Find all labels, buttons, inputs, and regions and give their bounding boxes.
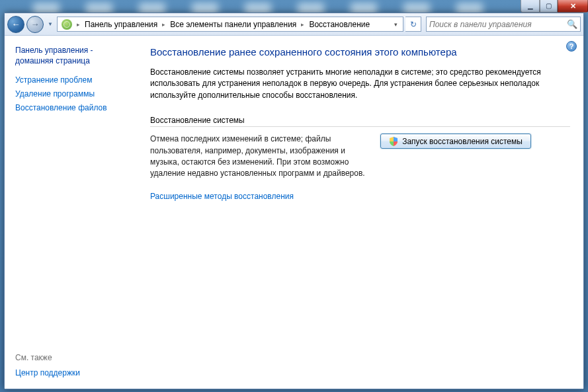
sidebar: Панель управления - домашняя страница Ус…: [5, 36, 140, 389]
divider: [150, 126, 570, 127]
address-bar[interactable]: ▸ Панель управления ▸ Все элементы панел…: [57, 17, 403, 32]
page-title: Восстановление ранее сохраненного состоя…: [150, 46, 570, 58]
minimize-icon: ▁: [528, 3, 533, 9]
sidebar-link-troubleshoot[interactable]: Устранение проблем: [15, 75, 132, 85]
section-description: Отмена последних изменений в системе; фа…: [150, 134, 368, 180]
breadcrumb-segment[interactable]: Все элементы панели управления: [167, 17, 299, 31]
sidebar-link-uninstall[interactable]: Удаление программы: [15, 89, 132, 98]
system-restore-button[interactable]: Запуск восстановления системы: [380, 134, 531, 149]
sidebar-link-action-center[interactable]: Центр поддержки: [15, 368, 132, 377]
maximize-icon: ▢: [546, 3, 552, 9]
search-icon: 🔍: [567, 19, 577, 29]
search-box[interactable]: 🔍: [426, 17, 581, 32]
minimize-button[interactable]: ▁: [521, 0, 540, 13]
button-label: Запуск восстановления системы: [402, 137, 523, 146]
advanced-recovery-link[interactable]: Расширенные методы восстановления: [150, 192, 294, 201]
recent-pages-dropdown[interactable]: ▼: [46, 21, 55, 27]
shield-icon: [389, 137, 398, 146]
control-panel-icon: [62, 19, 72, 30]
intro-text: Восстановление системы позволяет устрани…: [150, 67, 560, 101]
chevron-right-icon: ▸: [299, 21, 306, 28]
search-input[interactable]: [429, 20, 567, 29]
see-also-label: См. также: [15, 353, 132, 362]
refresh-button[interactable]: ↻: [405, 17, 421, 32]
explorer-window: ← → ▼ ▸ Панель управления ▸ Все элементы…: [4, 13, 584, 389]
refresh-icon: ↻: [410, 20, 417, 29]
breadcrumb-segment[interactable]: Восстановление: [306, 17, 372, 31]
breadcrumb-segment[interactable]: Панель управления: [82, 17, 160, 31]
close-button[interactable]: ✕: [558, 0, 588, 13]
chevron-right-icon: ▸: [160, 21, 167, 28]
maximize-button[interactable]: ▢: [540, 0, 558, 13]
close-icon: ✕: [570, 3, 576, 10]
help-icon[interactable]: ?: [566, 41, 577, 52]
navigation-bar: ← → ▼ ▸ Панель управления ▸ Все элементы…: [5, 13, 583, 36]
chevron-right-icon: ▸: [75, 21, 82, 28]
arrow-right-icon: →: [31, 19, 40, 29]
back-button[interactable]: ←: [7, 16, 24, 33]
section-label: Восстановление системы: [150, 116, 570, 125]
address-dropdown[interactable]: ▾: [390, 21, 401, 28]
sidebar-link-restore-files[interactable]: Восстановление файлов: [15, 103, 132, 112]
content-pane: ? Восстановление ранее сохраненного сост…: [140, 36, 583, 389]
forward-button[interactable]: →: [26, 16, 44, 33]
arrow-left-icon: ←: [12, 19, 21, 29]
sidebar-home-link[interactable]: Панель управления - домашняя страница: [15, 45, 132, 66]
